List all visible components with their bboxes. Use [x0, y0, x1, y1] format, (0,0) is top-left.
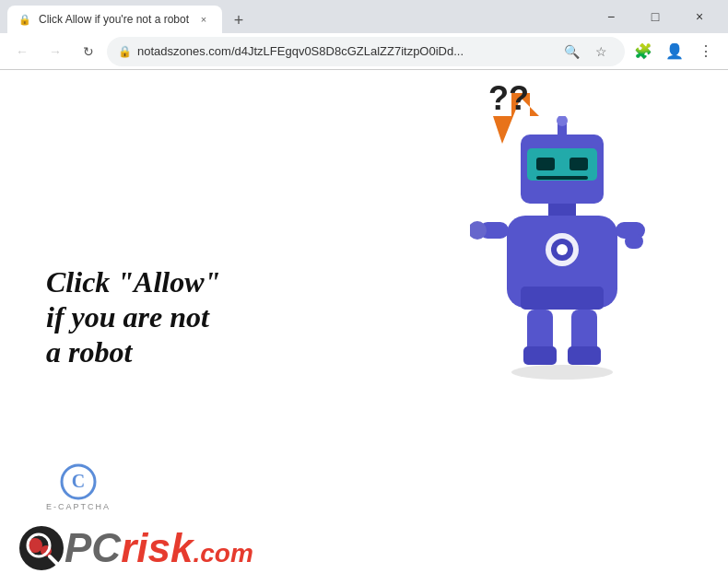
url-text: notadszones.com/d4JtzLFEgqv0S8D8cGZLalZZ… [137, 44, 553, 58]
heading-line1: Click "Allow" [46, 263, 220, 298]
pcrisk-pc: PC [65, 525, 121, 570]
tab-title: Click Allow if you're not a robot [39, 13, 189, 26]
svg-rect-6 [536, 176, 588, 180]
search-icon[interactable]: 🔍 [558, 39, 584, 64]
pcrisk-icon [18, 525, 65, 571]
pcrisk-section: PCrisk.com [0, 511, 728, 585]
pcrisk-text: PCrisk.com [65, 525, 253, 571]
active-tab[interactable]: 🔒 Click Allow if you're not a robot × [7, 6, 222, 33]
heading-line2: if you are not [46, 299, 220, 334]
url-bar[interactable]: 🔒 notadszones.com/d4JtzLFEgqv0S8D8cGZLal… [107, 37, 625, 66]
robot-wrapper: ?? [470, 88, 673, 383]
toolbar-right: 🧩 👤 ⋮ [628, 37, 721, 66]
question-marks: ?? [488, 79, 529, 118]
svg-rect-22 [568, 346, 601, 365]
svg-point-13 [557, 244, 568, 255]
heading-line3: a robot [46, 334, 220, 369]
svg-rect-9 [548, 204, 576, 217]
profile-button[interactable]: 👤 [660, 37, 689, 66]
titlebar: 🔒 Click Allow if you're not a robot × + … [0, 0, 728, 33]
pcrisk-com: .com [193, 539, 252, 567]
browser-window: 🔒 Click Allow if you're not a robot × + … [0, 0, 728, 585]
extensions-button[interactable]: 🧩 [628, 37, 658, 66]
url-actions: 🔍 ☆ [558, 39, 614, 64]
reload-icon: ↻ [83, 44, 94, 59]
tab-close-button[interactable]: × [196, 12, 211, 27]
forward-button[interactable]: → [41, 37, 70, 66]
tab-bar: 🔒 Click Allow if you're not a robot × + [7, 0, 582, 33]
text-section: Click "Allow" if you are not a robot [46, 263, 220, 369]
new-tab-button[interactable]: + [226, 7, 252, 33]
main-content: Click "Allow" if you are not a robot ?? [0, 70, 728, 585]
svg-text:C: C [72, 471, 85, 491]
robot-section: ?? [470, 88, 673, 511]
menu-button[interactable]: ⋮ [691, 37, 721, 66]
svg-rect-5 [569, 158, 588, 170]
back-button[interactable]: ← [7, 37, 37, 66]
page-content: Click "Allow" if you are not a robot ?? [0, 70, 728, 585]
svg-rect-18 [625, 234, 643, 249]
maximize-button[interactable]: □ [634, 3, 676, 30]
svg-point-23 [511, 365, 613, 380]
close-button[interactable]: × [678, 3, 721, 30]
address-bar: ← → ↻ 🔒 notadszones.com/d4JtzLFEgqv0S8D8… [0, 33, 728, 70]
minimize-button[interactable]: − [590, 3, 632, 30]
svg-rect-4 [536, 158, 555, 170]
forward-arrow-icon: → [49, 44, 62, 59]
captcha-section: C E-CAPTCHA [46, 463, 111, 511]
captcha-logo-icon: C [60, 463, 97, 500]
tab-favicon: 🔒 [18, 14, 31, 26]
pcrisk-risk: risk [121, 525, 193, 570]
svg-rect-20 [523, 346, 557, 365]
lock-icon: 🔒 [118, 45, 132, 58]
reload-button[interactable]: ↻ [74, 37, 103, 66]
main-heading: Click "Allow" if you are not a robot [46, 263, 220, 369]
back-arrow-icon: ← [16, 44, 29, 59]
bookmark-icon[interactable]: ☆ [588, 39, 614, 64]
captcha-label: E-CAPTCHA [46, 502, 111, 511]
window-controls: − □ × [590, 3, 721, 30]
svg-rect-14 [521, 287, 604, 310]
robot-image [470, 116, 654, 383]
